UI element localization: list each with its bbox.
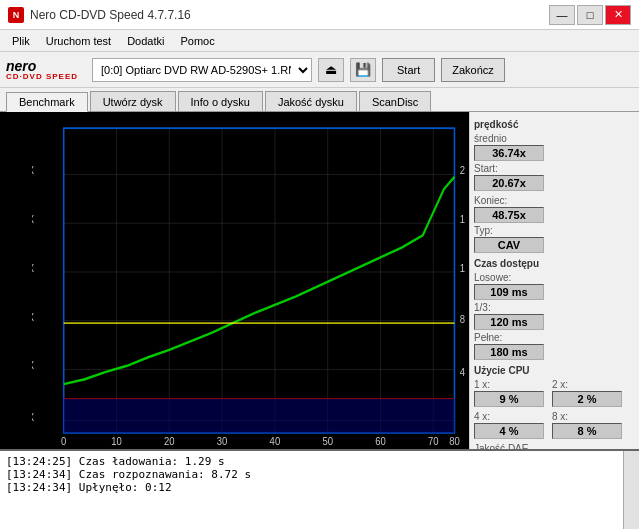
tab-benchmark[interactable]: Benchmark	[6, 92, 88, 112]
cpu-8x-value: 8 %	[552, 423, 622, 439]
svg-rect-0	[32, 116, 465, 445]
log-entry-2: [13:24:34] Czas rozpoznawania: 8.72 s	[6, 468, 617, 481]
svg-text:30: 30	[217, 435, 228, 445]
window-controls: — □ ✕	[549, 5, 631, 25]
full-group: Pełne: 180 ms	[474, 332, 635, 360]
log-area: [13:24:25] Czas ładowania: 1.29 s [13:24…	[0, 449, 639, 529]
end-value: 48.75x	[474, 207, 544, 223]
title-bar: N Nero CD-DVD Speed 4.7.7.16 — □ ✕	[0, 0, 639, 30]
avg-speed-group: średnio 36.74x	[474, 133, 635, 161]
start-button[interactable]: Start	[382, 58, 435, 82]
cpu-2x-label: 2 x:	[552, 379, 622, 390]
speed-section-label: prędkość	[474, 119, 635, 130]
svg-rect-39	[64, 399, 455, 433]
eject-button[interactable]: ⏏	[318, 58, 344, 82]
avg-label: średnio	[474, 133, 635, 144]
svg-text:8 X: 8 X	[32, 411, 34, 423]
svg-text:0: 0	[61, 435, 67, 445]
svg-text:8: 8	[460, 314, 465, 326]
type-group: Typ: CAV	[474, 225, 635, 253]
full-value: 180 ms	[474, 344, 544, 360]
maximize-button[interactable]: □	[577, 5, 603, 25]
type-value: CAV	[474, 237, 544, 253]
start-label: Start:	[474, 163, 544, 174]
full-label: Pełne:	[474, 332, 635, 343]
cpu-row-2: 4 x: 4 % 8 x: 8 %	[474, 411, 635, 439]
cpu-1x-value: 9 %	[474, 391, 544, 407]
onethird-label: 1/3:	[474, 302, 635, 313]
right-panel: prędkość średnio 36.74x Start: 20.67x Ko…	[469, 112, 639, 449]
log-entry-1: [13:24:25] Czas ładowania: 1.29 s	[6, 455, 617, 468]
svg-text:40 X: 40 X	[32, 214, 34, 226]
end-label: Koniec:	[474, 195, 635, 206]
random-value: 109 ms	[474, 284, 544, 300]
log-entry-3: [13:24:34] Upłynęło: 0:12	[6, 481, 617, 494]
onethird-value: 120 ms	[474, 314, 544, 330]
menu-dodatki[interactable]: Dodatki	[119, 33, 172, 49]
tab-scandisc[interactable]: ScanDisc	[359, 91, 431, 111]
access-section-label: Czas dostępu	[474, 258, 635, 269]
end-speed-group: Koniec: 48.75x	[474, 195, 635, 223]
nero-logo-text: nero	[6, 59, 78, 73]
cpu-1x-group: 1 x: 9 %	[474, 379, 544, 407]
dae-label: Jakość DAE	[474, 443, 635, 449]
random-label: Losowe:	[474, 272, 635, 283]
chart-area: 8 X 16 X 24 X 32 X 40 X 48 X	[0, 112, 469, 449]
avg-value: 36.74x	[474, 145, 544, 161]
cpu-1x-label: 1 x:	[474, 379, 544, 390]
cpu-2x-group: 2 x: 2 %	[552, 379, 622, 407]
drive-selector[interactable]: [0:0] Optiarc DVD RW AD-5290S+ 1.RN	[92, 58, 312, 82]
app-icon: N	[8, 7, 24, 23]
log-scrollbar[interactable]	[623, 451, 639, 529]
menu-bar: Plik Uruchom test Dodatki Pomoc	[0, 30, 639, 52]
dae-group: Jakość DAE 10	[474, 443, 635, 449]
cpu-4x-label: 4 x:	[474, 411, 544, 422]
tab-create-disc[interactable]: Utwórz dysk	[90, 91, 176, 111]
start-end-row: Start: 20.67x	[474, 163, 635, 191]
tab-disc-info[interactable]: Info o dysku	[178, 91, 263, 111]
svg-text:48 X: 48 X	[32, 165, 34, 177]
close-button[interactable]: ✕	[605, 5, 631, 25]
cpu-4x-value: 4 %	[474, 423, 544, 439]
tab-bar: Benchmark Utwórz dysk Info o dysku Jakoś…	[0, 88, 639, 112]
svg-text:20: 20	[460, 165, 465, 177]
main-content: 8 X 16 X 24 X 32 X 40 X 48 X	[0, 112, 639, 449]
save-button[interactable]: 💾	[350, 58, 376, 82]
cpu-section-label: Użycie CPU	[474, 365, 635, 376]
svg-text:4: 4	[460, 366, 465, 378]
window-title: Nero CD-DVD Speed 4.7.7.16	[30, 8, 191, 22]
svg-text:12: 12	[460, 262, 465, 274]
tab-disc-quality[interactable]: Jakość dysku	[265, 91, 357, 111]
nero-logo-sub: CD·DVD SPEED	[6, 73, 78, 81]
svg-text:70: 70	[428, 435, 439, 445]
svg-text:16 X: 16 X	[32, 360, 34, 372]
cpu-4x-group: 4 x: 4 %	[474, 411, 544, 439]
svg-text:10: 10	[111, 435, 122, 445]
svg-text:20: 20	[164, 435, 175, 445]
random-group: Losowe: 109 ms	[474, 272, 635, 300]
svg-text:50: 50	[322, 435, 333, 445]
svg-text:60: 60	[375, 435, 386, 445]
cpu-row-1: 1 x: 9 % 2 x: 2 %	[474, 379, 635, 407]
svg-text:24 X: 24 X	[32, 311, 34, 323]
log-content: [13:24:25] Czas ładowania: 1.29 s [13:24…	[0, 451, 623, 529]
svg-text:40: 40	[270, 435, 281, 445]
start-speed-group: Start: 20.67x	[474, 163, 544, 191]
benchmark-chart: 8 X 16 X 24 X 32 X 40 X 48 X	[32, 116, 465, 445]
nero-logo: nero CD·DVD SPEED	[6, 59, 78, 81]
menu-plik[interactable]: Plik	[4, 33, 38, 49]
type-label: Typ:	[474, 225, 635, 236]
stop-button[interactable]: Zakończ	[441, 58, 505, 82]
toolbar: nero CD·DVD SPEED [0:0] Optiarc DVD RW A…	[0, 52, 639, 88]
minimize-button[interactable]: —	[549, 5, 575, 25]
svg-text:16: 16	[460, 214, 465, 226]
cpu-8x-group: 8 x: 8 %	[552, 411, 622, 439]
onethird-group: 1/3: 120 ms	[474, 302, 635, 330]
start-value: 20.67x	[474, 175, 544, 191]
cpu-2x-value: 2 %	[552, 391, 622, 407]
svg-text:80: 80	[449, 435, 460, 445]
cpu-8x-label: 8 x:	[552, 411, 622, 422]
menu-pomoc[interactable]: Pomoc	[172, 33, 222, 49]
menu-uruchom[interactable]: Uruchom test	[38, 33, 119, 49]
svg-text:32 X: 32 X	[32, 262, 34, 274]
